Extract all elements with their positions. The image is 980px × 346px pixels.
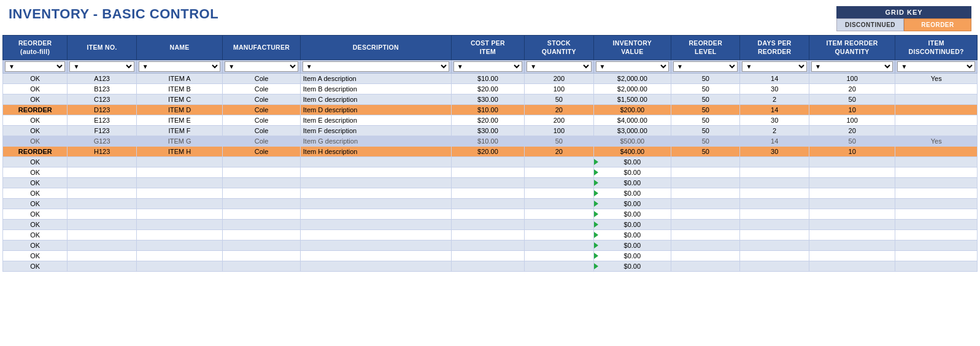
- cell-daysper: 14: [740, 105, 809, 115]
- filter-description[interactable]: ▼: [300, 60, 451, 74]
- filter-reorder[interactable]: ▼: [3, 60, 68, 74]
- filter-daysper[interactable]: ▼: [740, 60, 809, 74]
- col-header-reorderlevel: REORDERLEVEL: [671, 36, 740, 60]
- cell-reorderlevel: 50: [671, 136, 740, 147]
- cell-reorder: OK: [3, 136, 68, 147]
- cell-itemreordqty: 100: [809, 115, 895, 126]
- cell-itemno: [68, 178, 136, 188]
- table-row: OKC123ITEM CColeItem C description$30.00…: [3, 94, 978, 105]
- cell-itemno: C123: [68, 94, 136, 105]
- cell-manufacturer: Cole: [223, 115, 300, 126]
- filter-cost[interactable]: ▼: [451, 60, 524, 74]
- cell-invval: $3,000.00: [593, 126, 671, 136]
- cell-reorderlevel: [671, 240, 740, 251]
- cell-itemreordqty: 20: [809, 84, 895, 94]
- cell-reorder: OK: [3, 115, 68, 126]
- cell-reorderlevel: 50: [671, 126, 740, 136]
- cell-itemreordqty: [809, 209, 895, 220]
- cell-cost: [451, 261, 524, 272]
- cell-name: ITEM E: [136, 115, 223, 126]
- cell-itemno: [68, 261, 136, 272]
- cell-manufacturer: Cole: [223, 84, 300, 94]
- cell-description: [300, 251, 451, 261]
- cell-reorder: OK: [3, 126, 68, 136]
- cell-discontinued: [895, 240, 978, 251]
- cell-daysper: 2: [740, 126, 809, 136]
- cell-itemreordqty: [809, 230, 895, 240]
- cell-stockqty: [525, 188, 593, 199]
- cell-name: [136, 230, 223, 240]
- cell-invval: $0.00: [593, 230, 671, 240]
- cell-name: ITEM F: [136, 126, 223, 136]
- cell-manufacturer: Cole: [223, 126, 300, 136]
- cell-manufacturer: [223, 209, 300, 220]
- cell-discontinued: [895, 167, 978, 178]
- grid-key-reorder: REORDER: [904, 18, 971, 31]
- filter-reorderlevel[interactable]: ▼: [671, 60, 740, 74]
- cell-reorder: OK: [3, 261, 68, 272]
- cell-reorderlevel: [671, 157, 740, 167]
- cell-invval: $0.00: [593, 157, 671, 167]
- cell-invval: $0.00: [593, 251, 671, 261]
- cell-reorderlevel: 50: [671, 74, 740, 84]
- cell-name: ITEM C: [136, 94, 223, 105]
- cell-discontinued: Yes: [895, 136, 978, 147]
- cell-reorderlevel: 50: [671, 105, 740, 115]
- cell-cost: [451, 230, 524, 240]
- cell-daysper: [740, 188, 809, 199]
- table-row: OK$0.00: [3, 188, 978, 199]
- cell-description: Item G description: [300, 136, 451, 147]
- cell-itemno: A123: [68, 74, 136, 84]
- cell-itemreordqty: [809, 178, 895, 188]
- table-row: OKE123ITEM EColeItem E description$20.00…: [3, 115, 978, 126]
- table-row: OK$0.00: [3, 261, 978, 272]
- cell-daysper: 30: [740, 84, 809, 94]
- cell-description: [300, 178, 451, 188]
- cell-name: ITEM H: [136, 147, 223, 157]
- cell-discontinued: [895, 220, 978, 230]
- cell-itemreordqty: 50: [809, 94, 895, 105]
- cell-manufacturer: [223, 157, 300, 167]
- cell-description: Item E description: [300, 115, 451, 126]
- cell-itemreordqty: [809, 220, 895, 230]
- cell-manufacturer: Cole: [223, 136, 300, 147]
- filter-discontinued[interactable]: ▼: [895, 60, 978, 74]
- cell-reorder: OK: [3, 84, 68, 94]
- cell-manufacturer: [223, 251, 300, 261]
- cell-stockqty: 20: [525, 105, 593, 115]
- cell-itemreordqty: [809, 157, 895, 167]
- cell-description: [300, 240, 451, 251]
- filter-invval[interactable]: ▼: [593, 60, 671, 74]
- cell-description: Item H description: [300, 147, 451, 157]
- cell-name: [136, 199, 223, 209]
- cell-stockqty: [525, 157, 593, 167]
- cell-manufacturer: Cole: [223, 74, 300, 84]
- cell-discontinued: [895, 261, 978, 272]
- filter-stockqty[interactable]: ▼: [525, 60, 593, 74]
- cell-discontinued: [895, 147, 978, 157]
- cell-daysper: 14: [740, 136, 809, 147]
- table-row: OKF123ITEM FColeItem F description$30.00…: [3, 126, 978, 136]
- filter-itemreordqty[interactable]: ▼: [809, 60, 895, 74]
- col-header-reorder: REORDER(auto-fill): [3, 36, 68, 60]
- cell-daysper: 30: [740, 115, 809, 126]
- cell-daysper: [740, 251, 809, 261]
- cell-description: [300, 188, 451, 199]
- col-header-discontinued: ITEMDISCONTINUED?: [895, 36, 978, 60]
- filter-manufacturer[interactable]: ▼: [223, 60, 300, 74]
- cell-manufacturer: [223, 178, 300, 188]
- filter-name[interactable]: ▼: [136, 60, 223, 74]
- cell-invval: $400.00: [593, 147, 671, 157]
- cell-itemno: E123: [68, 115, 136, 126]
- cell-reorder: OK: [3, 220, 68, 230]
- table-filter-row[interactable]: ▼ ▼ ▼ ▼ ▼ ▼ ▼ ▼ ▼ ▼ ▼ ▼: [3, 60, 978, 74]
- col-header-invval: INVENTORYVALUE: [593, 36, 671, 60]
- cell-stockqty: 100: [525, 126, 593, 136]
- filter-itemno[interactable]: ▼: [68, 60, 136, 74]
- cell-itemno: [68, 209, 136, 220]
- cell-name: ITEM D: [136, 105, 223, 115]
- cell-reorder: OK: [3, 240, 68, 251]
- cell-stockqty: [525, 261, 593, 272]
- cell-manufacturer: Cole: [223, 147, 300, 157]
- cell-cost: [451, 188, 524, 199]
